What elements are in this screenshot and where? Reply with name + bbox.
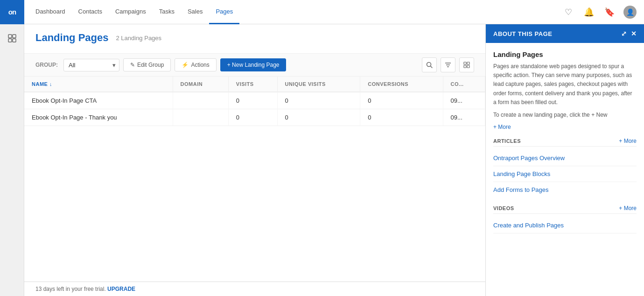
help-description: Pages are standalone web pages designed … — [493, 62, 637, 107]
row2-domain — [173, 109, 228, 126]
articles-header: ARTICLES + More — [493, 138, 637, 147]
help-panel-title: ABOUT THIS PAGE — [493, 30, 552, 37]
row2-unique-visits: 0 — [277, 109, 360, 126]
svg-line-5 — [431, 66, 433, 68]
content-header: Landing Pages 2 Landing Pages — [24, 24, 485, 54]
help-panel-header: ABOUT THIS PAGE ⤢ ✕ — [486, 24, 644, 43]
nav-campaigns[interactable]: Campaigns — [109, 0, 153, 24]
heart-icon[interactable]: ♡ — [562, 6, 575, 19]
row1-name: Ebook Opt-In Page CTA — [24, 92, 173, 109]
col-created[interactable]: CO... — [443, 77, 485, 92]
nav-sales[interactable]: Sales — [181, 0, 210, 24]
svg-rect-10 — [467, 62, 469, 64]
article-link-0[interactable]: Ontraport Pages Overview — [493, 150, 637, 166]
edit-group-button[interactable]: ✎ Edit Group — [123, 58, 171, 71]
logo-text: on — [8, 8, 16, 16]
svg-rect-12 — [467, 65, 469, 68]
help-more-text: To create a new landing page, click the … — [493, 111, 637, 120]
articles-more-link[interactable]: + More — [619, 138, 637, 144]
articles-section: ARTICLES + More Ontraport Pages Overview… — [493, 138, 637, 197]
nav-right: ♡ 🔔 🔖 👤 — [562, 6, 644, 19]
table-row[interactable]: Ebook Opt-In Page - Thank you 0 0 0 09..… — [24, 109, 485, 126]
page-count: 2 Landing Pages — [116, 35, 161, 42]
table-header: NAME ↓ DOMAIN VISITS UNIQUE VISITS CONVE… — [24, 77, 485, 92]
video-link-0[interactable]: Create and Publish Pages — [493, 218, 637, 233]
bell-icon[interactable]: 🔔 — [582, 6, 595, 19]
actions-button[interactable]: ⚡ Actions — [175, 58, 216, 71]
top-nav: on Dashboard Contacts Campaigns Tasks Sa… — [0, 0, 644, 24]
main-layout: Landing Pages 2 Landing Pages GROUP: All… — [0, 24, 644, 296]
row1-created: 09... — [443, 92, 485, 109]
table-area: NAME ↓ DOMAIN VISITS UNIQUE VISITS CONVE… — [24, 77, 485, 282]
videos-more-link[interactable]: + More — [619, 205, 637, 211]
row2-created: 09... — [443, 109, 485, 126]
col-name[interactable]: NAME ↓ — [24, 77, 173, 92]
svg-rect-9 — [464, 62, 466, 64]
row1-domain — [173, 92, 228, 109]
help-section-title: Landing Pages — [493, 50, 637, 58]
avatar-icon[interactable]: 👤 — [623, 6, 637, 19]
nav-tasks[interactable]: Tasks — [153, 0, 181, 24]
svg-rect-3 — [13, 39, 16, 42]
filter-icon-button[interactable] — [441, 57, 455, 72]
nav-items: Dashboard Contacts Campaigns Tasks Sales… — [24, 0, 562, 24]
table-body: Ebook Opt-In Page CTA 0 0 0 09... Ebook … — [24, 92, 485, 126]
help-body: Landing Pages Pages are standalone web p… — [486, 43, 644, 296]
row1-unique-visits: 0 — [277, 92, 360, 109]
svg-rect-2 — [13, 35, 16, 38]
videos-title: VIDEOS — [493, 205, 514, 211]
page-title: Landing Pages — [35, 32, 108, 44]
group-select-wrapper: All — [63, 59, 119, 71]
lightning-icon: ⚡ — [182, 62, 189, 68]
bottom-bar: 13 days left in your free trial. UPGRADE — [24, 282, 485, 296]
new-landing-page-button[interactable]: + New Landing Page — [220, 58, 287, 71]
search-icon-button[interactable] — [422, 57, 437, 72]
upgrade-link[interactable]: UPGRADE — [107, 286, 135, 292]
row1-visits: 0 — [228, 92, 277, 109]
articles-title: ARTICLES — [493, 138, 521, 144]
view-icon-button[interactable] — [459, 57, 474, 72]
table-row[interactable]: Ebook Opt-In Page CTA 0 0 0 09... — [24, 92, 485, 109]
col-conversions[interactable]: CONVERSIONS — [360, 77, 443, 92]
col-domain[interactable]: DOMAIN — [173, 77, 228, 92]
row2-visits: 0 — [228, 109, 277, 126]
nav-pages[interactable]: Pages — [209, 0, 239, 24]
close-icon[interactable]: ✕ — [631, 30, 637, 37]
toolbar: GROUP: All ✎ Edit Group ⚡ Actions + New … — [24, 54, 485, 77]
row1-conversions: 0 — [360, 92, 443, 109]
videos-section: VIDEOS + More Create and Publish Pages — [493, 205, 637, 233]
row2-conversions: 0 — [360, 109, 443, 126]
toolbar-right — [422, 57, 474, 72]
help-intro-section: Landing Pages Pages are standalone web p… — [493, 50, 637, 130]
help-panel-header-actions: ⤢ ✕ — [621, 30, 637, 37]
article-link-1[interactable]: Landing Page Blocks — [493, 166, 637, 182]
article-link-2[interactable]: Add Forms to Pages — [493, 182, 637, 197]
edit-icon: ✎ — [130, 62, 135, 68]
sidebar-pages-icon[interactable] — [4, 30, 21, 47]
col-visits[interactable]: VISITS — [228, 77, 277, 92]
bookmark-icon[interactable]: 🔖 — [603, 6, 616, 19]
nav-contacts[interactable]: Contacts — [72, 0, 109, 24]
sidebar — [0, 24, 24, 296]
landing-pages-table: NAME ↓ DOMAIN VISITS UNIQUE VISITS CONVE… — [24, 77, 485, 126]
col-unique-visits[interactable]: UNIQUE VISITS — [277, 77, 360, 92]
content-area: Landing Pages 2 Landing Pages GROUP: All… — [24, 24, 485, 296]
svg-rect-1 — [8, 39, 12, 42]
logo[interactable]: on — [0, 0, 24, 24]
page-title-row: Landing Pages 2 Landing Pages — [35, 32, 474, 44]
nav-dashboard[interactable]: Dashboard — [29, 0, 72, 24]
svg-rect-11 — [464, 65, 466, 68]
videos-header: VIDEOS + More — [493, 205, 637, 214]
help-more-link[interactable]: + More — [493, 124, 511, 130]
group-label: GROUP: — [35, 62, 58, 68]
group-select[interactable]: All — [63, 59, 119, 71]
row2-name: Ebook Opt-In Page - Thank you — [24, 109, 173, 126]
svg-rect-0 — [8, 35, 12, 38]
expand-icon[interactable]: ⤢ — [621, 30, 627, 37]
trial-text: 13 days left in your free trial. — [35, 286, 106, 292]
help-panel: ABOUT THIS PAGE ⤢ ✕ Landing Pages Pages … — [485, 24, 644, 296]
